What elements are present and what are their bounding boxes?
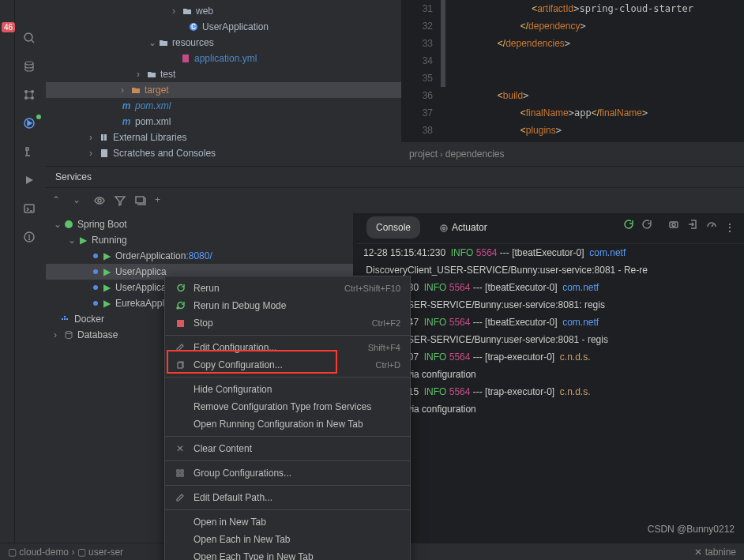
svg-rect-16 (104, 134, 107, 141)
svg-rect-19 (136, 197, 144, 203)
tabnine-badge[interactable]: ✕ tabnine (694, 547, 736, 558)
svc-spring-boot[interactable]: ⌄Spring Boot (46, 216, 353, 232)
svg-point-25 (66, 332, 72, 334)
dashboard-icon[interactable] (706, 219, 717, 236)
exit-icon[interactable] (687, 219, 698, 236)
svg-point-6 (31, 96, 34, 100)
console-panel: Console Actuator ⋮ 12-28 15:15:41:230 (354, 213, 744, 560)
tree-class-userapp[interactable]: cUserApplication (46, 19, 401, 35)
svg-point-5 (24, 96, 28, 100)
services-toolbar: ⌃ ⌄ + (46, 188, 744, 213)
svg-point-4 (31, 90, 34, 93)
tree-file-application-yml[interactable]: application.yml (46, 51, 401, 66)
activity-bar (14, 0, 46, 560)
build-icon[interactable] (23, 145, 39, 161)
tab-actuator[interactable]: Actuator (430, 216, 497, 239)
menu-stop[interactable]: StopCtrl+F2 (165, 314, 410, 332)
svg-point-2 (25, 62, 33, 65)
tree-folder-target[interactable]: ›target (46, 82, 401, 98)
menu-open-in-new-tab[interactable]: Open in New Tab (165, 513, 410, 531)
tree-external-libs[interactable]: ›External Libraries (46, 130, 401, 145)
rerun-console-icon[interactable] (622, 219, 633, 236)
svg-rect-8 (24, 205, 34, 212)
svg-rect-33 (181, 470, 183, 472)
svg-rect-22 (64, 318, 66, 320)
menu-rerun[interactable]: RerunCtrl+Shift+F10 (165, 280, 410, 297)
svg-rect-24 (66, 318, 68, 320)
menu-open-running-configuration-in-new-tab[interactable]: Open Running Configuration in New Tab (165, 415, 410, 433)
svg-point-29 (672, 224, 675, 227)
menu-hide-configuration[interactable]: Hide Configuration (165, 381, 410, 398)
svg-point-20 (65, 220, 73, 228)
tree-folder-resources[interactable]: ⌄resources (46, 35, 401, 51)
terminal-icon[interactable] (23, 202, 39, 218)
tab-console[interactable]: Console (366, 216, 420, 239)
run-icon[interactable] (23, 174, 39, 190)
svg-point-26 (441, 225, 447, 231)
watermark: CSDN @Bunny0212 (648, 524, 735, 535)
tree-scratches[interactable]: ›Scratches and Consoles (46, 145, 401, 161)
status-breadcrumb[interactable]: ▢ cloud-demo › ▢ user-ser (8, 547, 123, 558)
svg-point-3 (24, 90, 28, 93)
editor-breadcrumb[interactable]: project › dependencies (401, 141, 744, 166)
menu-copy-configuration-[interactable]: Copy Configuration...Ctrl+D (165, 356, 410, 374)
svg-point-0 (24, 33, 32, 41)
problems-icon[interactable] (23, 231, 39, 246)
eye-icon[interactable] (93, 194, 106, 207)
project-tree[interactable]: ›web cUserApplication ⌄resources applica… (46, 0, 401, 166)
svc-order-app[interactable]: ▶OrderApplication :8080/ (46, 248, 353, 264)
svg-rect-31 (178, 363, 182, 368)
menu-open-each-in-new-tab[interactable]: Open Each in New Tab (165, 531, 410, 548)
refresh-icon[interactable] (641, 219, 652, 236)
tree-folder-test[interactable]: ›test (46, 66, 401, 82)
svg-rect-34 (177, 474, 179, 476)
svg-point-30 (177, 307, 178, 309)
svg-point-18 (98, 199, 101, 202)
svg-line-1 (32, 40, 34, 43)
camera-icon[interactable] (668, 219, 679, 236)
svg-rect-15 (101, 134, 103, 141)
search-icon[interactable] (23, 32, 39, 47)
svg-rect-14 (182, 54, 189, 62)
menu-edit-configuration-[interactable]: Edit Configuration...Shift+F4 (165, 339, 410, 356)
menu-group-configurations-[interactable]: Group Configurations... (165, 464, 410, 482)
svg-point-27 (443, 227, 445, 229)
svg-rect-23 (64, 316, 66, 318)
svg-point-11 (28, 239, 29, 240)
menu-clear-content[interactable]: ✕Clear Content (165, 440, 410, 457)
tree-file-pom2[interactable]: mpom.xml (46, 114, 401, 130)
collapse-all-icon[interactable]: ⌄ (73, 194, 85, 207)
expand-all-icon[interactable]: ⌃ (52, 194, 65, 207)
svg-rect-32 (177, 470, 179, 472)
svg-rect-17 (101, 149, 107, 157)
tree-file-pom1[interactable]: mpom.xml (46, 98, 401, 114)
structure-icon[interactable] (23, 88, 39, 104)
left-gutter: 46 (0, 0, 14, 560)
svg-rect-35 (181, 474, 183, 476)
tree-folder-web[interactable]: ›web (46, 3, 401, 19)
context-menu: RerunCtrl+Shift+F10Rerun in Debug ModeSt… (164, 276, 411, 560)
more-icon[interactable]: ⋮ (725, 219, 735, 236)
filter-icon[interactable] (114, 194, 126, 207)
svg-rect-21 (62, 318, 63, 320)
svc-running[interactable]: ⌄▶Running (46, 232, 353, 248)
svg-text:c: c (191, 22, 196, 32)
menu-rerun-in-debug-mode[interactable]: Rerun in Debug Mode (165, 297, 410, 314)
add-icon[interactable]: + (155, 194, 167, 207)
code-editor[interactable]: 31 <artifactId>spring-cloud-starter32 </… (401, 0, 744, 166)
database-icon[interactable] (23, 60, 39, 76)
menu-open-each-type-in-new-tab[interactable]: Open Each Type in New Tab (165, 548, 410, 560)
new-tab-icon[interactable] (134, 194, 147, 207)
notification-badge[interactable]: 46 (2, 22, 15, 32)
menu-remove-configuration-type-from-services[interactable]: Remove Configuration Type from Services (165, 398, 410, 415)
menu-edit-default-path-[interactable]: Edit Default Path... (165, 489, 410, 506)
play-icon[interactable] (23, 117, 39, 133)
services-title: Services (46, 167, 744, 188)
